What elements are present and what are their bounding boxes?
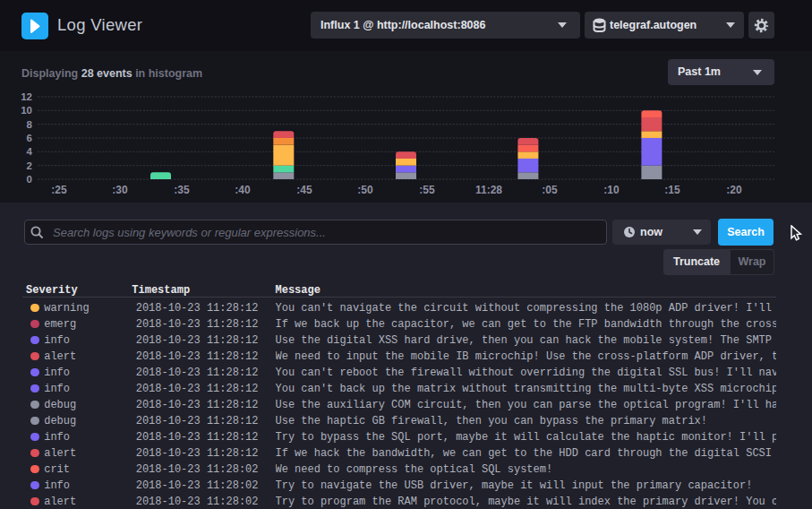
svg-text:12: 12 — [21, 91, 32, 102]
svg-text:6: 6 — [27, 133, 32, 143]
svg-text::55: :55 — [419, 184, 435, 196]
svg-text::45: :45 — [296, 184, 312, 196]
svg-text::15: :15 — [664, 184, 680, 196]
svg-text::30: :30 — [112, 184, 128, 196]
svg-text:2: 2 — [27, 160, 32, 171]
svg-text:8: 8 — [27, 119, 33, 130]
svg-text:0: 0 — [27, 174, 32, 185]
svg-text::35: :35 — [174, 184, 190, 196]
svg-text::10: :10 — [603, 184, 620, 196]
svg-text:11:28: 11:28 — [475, 184, 502, 196]
svg-text::05: :05 — [542, 184, 558, 196]
svg-text:4: 4 — [27, 146, 33, 157]
svg-text::25: :25 — [51, 184, 67, 196]
svg-text:10: 10 — [21, 105, 32, 116]
svg-text::50: :50 — [357, 184, 373, 196]
svg-text::40: :40 — [235, 184, 251, 196]
svg-text::20: :20 — [726, 184, 742, 196]
